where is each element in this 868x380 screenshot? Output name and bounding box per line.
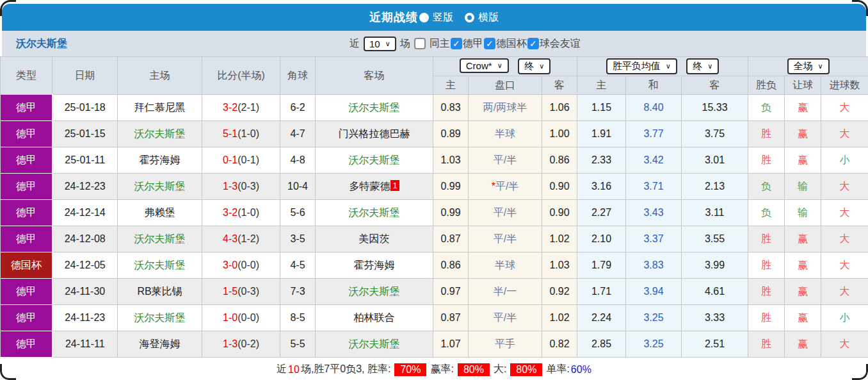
same-home-label[interactable]: 同主 [430,37,450,51]
friendly-filter-label[interactable]: 球会友谊 [540,37,581,51]
handicap-rate-label: 赢率: [430,363,453,376]
home-team: 沃尔夫斯堡 [118,174,202,200]
odds-provider-select[interactable]: Crow* ∨ [460,58,509,73]
avg-away-odds: 3.75 [682,121,748,147]
handicap-line: 平/半 [469,200,542,226]
single-rate-label: 单率: [546,363,569,376]
match-date: 24-12-23 [52,174,118,200]
avg-odds-select[interactable]: 胜平负均值 ∨ [606,58,677,74]
avg-draw-odds: 3.43 [626,200,682,226]
goals-result: 大 [821,279,868,305]
avg-home-odds: 1.15 [577,95,626,121]
match-date: 25-01-15 [52,121,118,147]
radio-vertical-layout[interactable] [419,13,429,22]
chevron-down-icon: ∨ [539,62,544,70]
table-row: 德甲 25-01-18 拜仁慕尼黑 3-2(2-1) 6-2 沃尔夫斯堡 0.8… [1,95,868,121]
away-team: 门兴格拉德巴赫 [316,121,433,147]
handicap-away-odds: 0.90 [542,174,577,200]
chevron-down-icon: ∨ [666,62,671,70]
winloss-result: 胜 [748,279,785,305]
avg-home-odds: 2.10 [577,226,626,252]
cup-filter-checkbox[interactable]: ✓ [484,38,495,49]
league-badge: 德国杯 [1,252,52,279]
winloss-result: 负 [748,95,785,121]
handicap-home-odds: 0.83 [433,95,469,121]
goals-result: 大 [821,200,868,226]
match-date: 24-12-08 [52,226,118,252]
handicap-result: 赢 [785,95,821,121]
table-row: 德甲 24-11-23 沃尔夫斯堡 1-0(0-0) 8-5 柏林联合 0.87… [1,305,868,331]
score-cell: 1-3(0-3) [202,174,280,200]
handicap-home-odds: 0.87 [433,226,469,252]
corner-count: 10-4 [280,174,316,200]
handicap-home-odds: 0.89 [433,121,469,147]
chevron-down-icon: ∨ [385,40,390,48]
score-cell: 4-3(1-2) [202,226,280,252]
score-cell: 1-0(0-0) [202,305,280,331]
avg-home-odds: 2.33 [577,147,626,174]
win-rate-badge: 70% [394,363,426,376]
title-bar: 近期战绩 竖版 横版 [2,4,866,31]
radio-horizontal-label[interactable]: 横版 [478,11,499,24]
avg-home-odds: 2.24 [577,305,626,331]
col-header-date: 日期 [52,57,118,95]
handicap-result: 赢 [785,226,821,252]
sub-header-avg-home: 主 [577,76,626,95]
avg-away-odds: 2.51 [682,331,748,358]
winloss-result: 负 [748,174,785,200]
handicap-result: 输 [785,174,821,200]
avg-draw-odds: 8.40 [626,95,682,121]
col-header-home: 主场 [118,57,202,95]
match-date: 25-01-11 [52,147,118,174]
results-table: 类型 日期 主场 比分(半场) 角球 客场 Crow* ∨ 终 ∨ [0,56,868,358]
home-team: 沃尔夫斯堡 [118,252,202,279]
corner-count: 3-5 [280,226,316,252]
away-team: 霍芬海姆 [316,252,433,279]
score-cell: 3-0(0-0) [202,252,280,279]
home-team: 弗赖堡 [118,200,202,226]
same-home-checkbox[interactable] [414,38,426,49]
sub-header-goals: 进球数 [821,76,868,95]
sub-header-avg-away: 客 [682,76,748,95]
avg-away-odds: 3.99 [682,252,748,279]
filter-controls: 近 10 ∨ 场 同主 ✓ 德甲 ✓ 德国杯 ✓ 球会友谊 [350,31,581,56]
table-row: 德甲 24-12-14 弗赖堡 3-2(1-0) 5-6 沃尔夫斯堡 0.99 … [1,200,868,226]
team-name-link[interactable]: 沃尔夫斯堡 [16,37,67,51]
match-scope-select[interactable]: 全场 ∨ [787,58,830,74]
corner-count: 4-7 [280,121,316,147]
cup-filter-label[interactable]: 德国杯 [496,37,527,51]
games-label: 场 [400,37,410,51]
match-date: 24-11-11 [52,331,118,358]
friendly-filter-checkbox[interactable]: ✓ [527,38,539,49]
away-team: 柏林联合 [316,305,433,331]
handicap-odds-group-header: Crow* ∨ 终 ∨ [433,57,577,76]
chevron-down-icon: ∨ [497,62,502,70]
avg-away-odds: 15.33 [682,95,748,121]
league-badge: 德甲 [1,95,52,121]
handicap-home-odds: 0.99 [433,200,469,226]
goals-result: 大 [821,331,868,358]
handicap-away-odds: 1.03 [542,252,577,279]
handicap-away-odds: 0.82 [542,331,577,358]
corner-count: 6-2 [280,95,316,121]
handicap-away-odds: 1.00 [542,121,577,147]
table-row: 德甲 25-01-15 沃尔夫斯堡 5-1(1-0) 4-7 门兴格拉德巴赫 0… [1,121,868,147]
avg-away-odds: 3.01 [682,147,748,174]
away-team: 美因茨 [316,226,433,252]
result-group-header: 全场 ∨ [748,57,868,76]
handicap-away-odds: 0.90 [542,200,577,226]
league-filter-checkbox[interactable]: ✓ [451,38,462,49]
radio-horizontal-layout[interactable] [465,13,474,22]
avg-draw-odds: 3.25 [626,305,682,331]
match-date: 24-12-05 [52,252,118,279]
corner-count: 4-5 [280,252,316,279]
away-team: 沃尔夫斯堡 [316,147,433,174]
handicap-time-select[interactable]: 终 ∨ [518,58,551,74]
handicap-home-odds: 0.99 [433,174,469,200]
over-rate-label: 大: [494,363,506,376]
handicap-line: 平手 [469,331,542,358]
games-count-select[interactable]: 10 ∨ [364,37,396,51]
radio-vertical-label[interactable]: 竖版 [433,11,453,24]
avg-time-select[interactable]: 终 ∨ [686,58,719,74]
league-filter-label[interactable]: 德甲 [463,37,483,51]
